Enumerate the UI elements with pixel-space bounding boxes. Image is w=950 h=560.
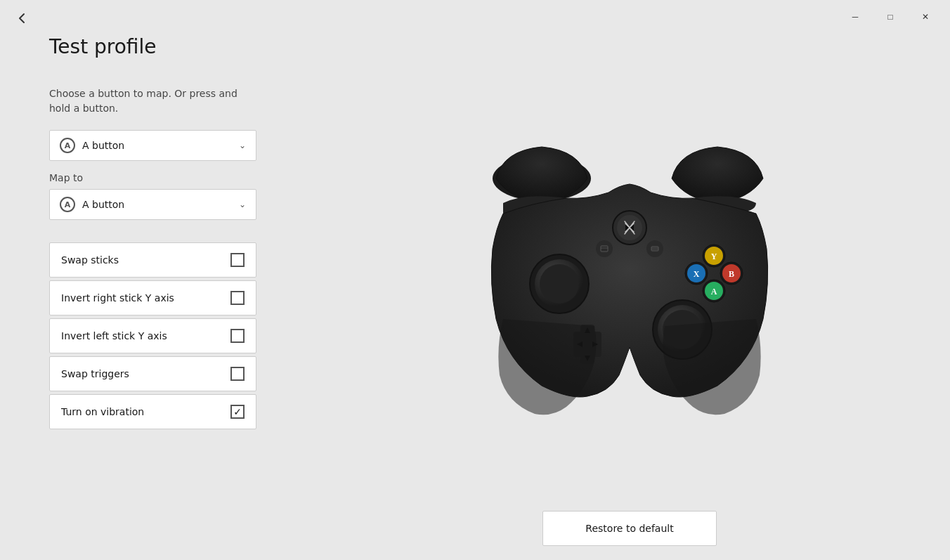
back-button[interactable]	[11, 7, 34, 30]
svg-text:B: B	[729, 269, 734, 279]
close-button[interactable]: ✕	[909, 6, 942, 28]
svg-point-3	[596, 240, 613, 257]
map-to-label: Map to	[49, 172, 309, 183]
swap-sticks-row[interactable]: Swap sticks	[49, 242, 256, 278]
map-to-dropdown-label: A button	[82, 199, 124, 210]
invert-right-stick-label: Invert right stick Y axis	[61, 292, 174, 304]
options-section: Swap sticks Invert right stick Y axis In…	[49, 242, 309, 429]
svg-point-6	[646, 240, 663, 257]
content-area: Test profile Choose a button to map. Or …	[0, 0, 950, 560]
svg-point-12	[540, 264, 579, 304]
swap-triggers-label: Swap triggers	[61, 368, 129, 379]
turn-on-vibration-checkbox[interactable]	[230, 405, 245, 419]
swap-triggers-checkbox[interactable]	[230, 367, 245, 381]
svg-text:Y: Y	[711, 252, 717, 261]
map-to-dropdown-container: A A button ⌄	[49, 189, 309, 220]
turn-on-vibration-row[interactable]: Turn on vibration	[49, 394, 256, 429]
swap-sticks-label: Swap sticks	[61, 254, 119, 266]
a-button-icon: A	[60, 138, 75, 153]
minimize-button[interactable]: ─	[839, 6, 871, 28]
main-window: ─ □ ✕ Test profile Choose a button to ma…	[0, 0, 950, 560]
instruction-text: Choose a button to map. Or press and hol…	[49, 86, 260, 116]
window-controls: ─ □ ✕	[839, 6, 942, 28]
svg-text:X: X	[694, 269, 700, 279]
page-title: Test profile	[49, 35, 309, 58]
map-to-dropdown-left: A A button	[60, 197, 124, 212]
button-dropdown-label: A button	[82, 140, 124, 151]
map-to-dropdown[interactable]: A A button ⌄	[49, 189, 256, 220]
swap-sticks-checkbox[interactable]	[230, 253, 245, 267]
button-dropdown-container: A A button ⌄	[49, 130, 309, 161]
invert-left-stick-checkbox[interactable]	[230, 329, 245, 343]
turn-on-vibration-label: Turn on vibration	[61, 406, 144, 417]
svg-text:A: A	[711, 287, 717, 297]
button-dropdown[interactable]: A A button ⌄	[49, 130, 256, 161]
controller-image: Y X B A	[433, 136, 826, 431]
invert-left-stick-row[interactable]: Invert left stick Y axis	[49, 318, 256, 353]
map-to-a-icon: A	[60, 197, 75, 212]
swap-triggers-row[interactable]: Swap triggers	[49, 356, 256, 391]
left-panel: Test profile Choose a button to map. Or …	[0, 35, 309, 560]
title-bar: ─ □ ✕	[0, 0, 950, 34]
button-dropdown-chevron: ⌄	[239, 141, 246, 150]
invert-right-stick-row[interactable]: Invert right stick Y axis	[49, 280, 256, 315]
invert-right-stick-checkbox[interactable]	[230, 291, 245, 305]
maximize-button[interactable]: □	[874, 6, 906, 28]
map-to-chevron: ⌄	[239, 200, 246, 209]
restore-default-button[interactable]: Restore to default	[542, 511, 716, 546]
right-panel: Y X B A	[309, 35, 950, 560]
button-dropdown-left: A A button	[60, 138, 124, 153]
invert-left-stick-label: Invert left stick Y axis	[61, 330, 167, 341]
